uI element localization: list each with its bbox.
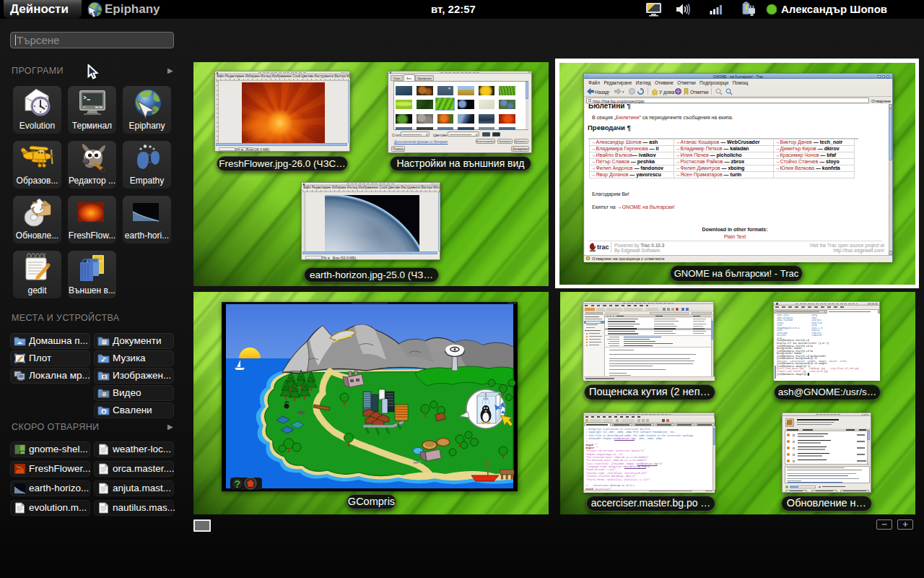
svg-text:?: ?	[235, 478, 241, 490]
